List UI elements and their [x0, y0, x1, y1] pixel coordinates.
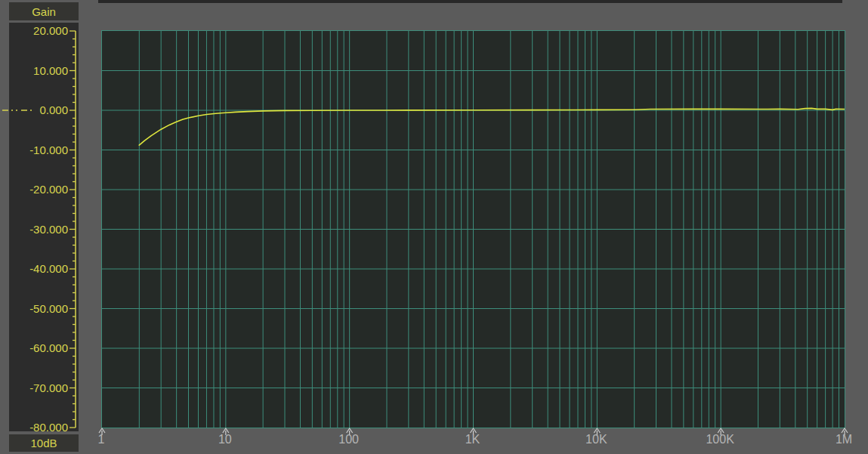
y-axis-title: Gain — [32, 5, 56, 18]
x-tick-label: 100 — [319, 433, 379, 446]
x-tick-label: 10K — [566, 433, 626, 446]
x-tick-label: 100K — [690, 433, 750, 446]
y-tick-label: -50.000 — [15, 301, 68, 317]
top-divider — [98, 0, 842, 3]
frequency-response-window: { "ui": { "header_label": "Gain", "foote… — [0, 0, 868, 454]
x-tick-label: 1 — [71, 433, 131, 446]
plot-area[interactable] — [101, 30, 845, 428]
x-tick-label: 10 — [195, 433, 255, 446]
y-tick-label: 10.000 — [15, 63, 68, 79]
y-axis-scale-label: 10dB — [30, 437, 57, 449]
y-axis-title-box: Gain — [9, 2, 79, 20]
y-axis-label-panel: 20.00010.0000.000-10.000-20.000-30.000-4… — [9, 23, 79, 431]
x-tick-label: 1K — [443, 433, 503, 446]
zero-reference-marker-icon[interactable] — [2, 105, 35, 116]
gain-curve — [139, 108, 845, 145]
y-tick-label: -80.000 — [15, 420, 68, 435]
y-tick-label: -70.000 — [15, 381, 68, 396]
y-tick-label: -30.000 — [15, 222, 68, 237]
y-tick-label: -10.000 — [15, 143, 68, 158]
x-tick-label: 1M — [814, 433, 868, 446]
y-tick-label: 20.000 — [15, 23, 68, 39]
y-tick-label: -60.000 — [15, 341, 68, 356]
y-axis-scale-box: 10dB — [9, 434, 79, 452]
y-tick-label: -40.000 — [15, 261, 68, 276]
y-tick-label: -20.000 — [15, 182, 68, 197]
plot-canvas — [102, 31, 845, 428]
